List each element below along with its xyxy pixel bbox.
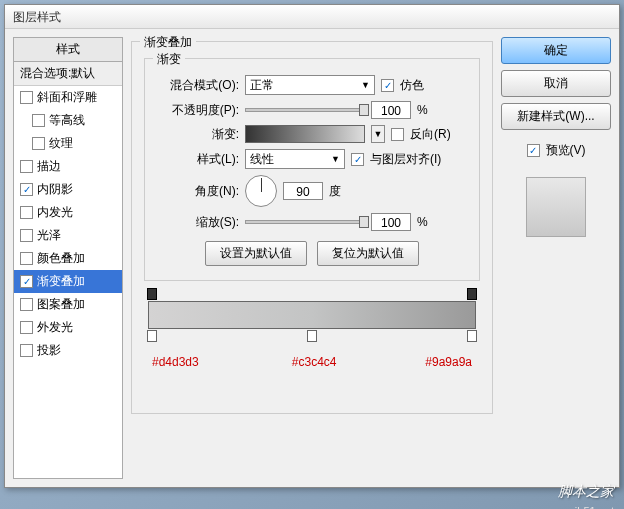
style-label: 样式(L): [159, 151, 239, 168]
cancel-button[interactable]: 取消 [501, 70, 611, 97]
style-checkbox[interactable] [20, 91, 33, 104]
new-style-button[interactable]: 新建样式(W)... [501, 103, 611, 130]
opacity-stop[interactable] [147, 288, 157, 300]
style-checkbox[interactable] [20, 275, 33, 288]
group-title: 渐变叠加 [140, 34, 196, 51]
style-item-10[interactable]: 外发光 [14, 316, 122, 339]
color-hex-label: #9a9a9a [425, 355, 472, 369]
angle-input[interactable]: 90 [283, 182, 323, 200]
style-item-9[interactable]: 图案叠加 [14, 293, 122, 316]
style-item-3[interactable]: 描边 [14, 155, 122, 178]
opacity-label: 不透明度(P): [159, 102, 239, 119]
style-item-label: 投影 [37, 342, 61, 359]
title-bar[interactable]: 图层样式 [5, 5, 619, 29]
preview-label: 预览(V) [546, 142, 586, 159]
styles-list: 样式 混合选项:默认 斜面和浮雕等高线纹理描边内阴影内发光光泽颜色叠加渐变叠加图… [13, 37, 123, 479]
style-item-label: 图案叠加 [37, 296, 85, 313]
style-item-8[interactable]: 渐变叠加 [14, 270, 122, 293]
style-item-7[interactable]: 颜色叠加 [14, 247, 122, 270]
gradient-editor[interactable]: #d4d3d3 #c3c4c4 #9a9a9a [144, 301, 480, 401]
reverse-checkbox[interactable] [391, 128, 404, 141]
inner-group-title: 渐变 [153, 51, 185, 68]
action-panel: 确定 取消 新建样式(W)... 预览(V) [501, 37, 611, 479]
style-item-label: 描边 [37, 158, 61, 175]
style-item-5[interactable]: 内发光 [14, 201, 122, 224]
preview-thumbnail [526, 177, 586, 237]
blend-mode-label: 混合模式(O): [159, 77, 239, 94]
style-item-label: 纹理 [49, 135, 73, 152]
align-label: 与图层对齐(I) [370, 151, 441, 168]
reset-default-button[interactable]: 复位为默认值 [317, 241, 419, 266]
angle-label: 角度(N): [159, 183, 239, 200]
style-item-11[interactable]: 投影 [14, 339, 122, 362]
style-checkbox[interactable] [20, 229, 33, 242]
style-checkbox[interactable] [32, 114, 45, 127]
dither-label: 仿色 [400, 77, 424, 94]
style-checkbox[interactable] [20, 183, 33, 196]
styles-header[interactable]: 样式 [14, 38, 122, 62]
preview-checkbox[interactable] [527, 144, 540, 157]
opacity-stop[interactable] [467, 288, 477, 300]
style-checkbox[interactable] [20, 344, 33, 357]
color-hex-label: #d4d3d3 [152, 355, 199, 369]
ok-button[interactable]: 确定 [501, 37, 611, 64]
blend-mode-dropdown[interactable]: 正常▼ [245, 75, 375, 95]
align-checkbox[interactable] [351, 153, 364, 166]
style-item-label: 内发光 [37, 204, 73, 221]
color-stop[interactable] [307, 330, 317, 342]
style-item-1[interactable]: 等高线 [14, 109, 122, 132]
settings-panel: 渐变叠加 渐变 混合模式(O): 正常▼ 仿色 不透明度(P): [131, 37, 493, 479]
style-checkbox[interactable] [20, 321, 33, 334]
style-item-label: 渐变叠加 [37, 273, 85, 290]
opacity-input[interactable]: 100 [371, 101, 411, 119]
color-hex-label: #c3c4c4 [292, 355, 337, 369]
style-checkbox[interactable] [20, 206, 33, 219]
style-checkbox[interactable] [20, 298, 33, 311]
style-item-0[interactable]: 斜面和浮雕 [14, 86, 122, 109]
chevron-down-icon: ▼ [361, 80, 370, 90]
watermark-url: jb51.net [575, 505, 614, 509]
style-item-label: 颜色叠加 [37, 250, 85, 267]
make-default-button[interactable]: 设置为默认值 [205, 241, 307, 266]
style-dropdown[interactable]: 线性▼ [245, 149, 345, 169]
color-stop[interactable] [467, 330, 477, 342]
style-item-label: 外发光 [37, 319, 73, 336]
scale-input[interactable]: 100 [371, 213, 411, 231]
style-checkbox[interactable] [20, 160, 33, 173]
style-item-4[interactable]: 内阴影 [14, 178, 122, 201]
style-item-label: 斜面和浮雕 [37, 89, 97, 106]
gradient-picker-button[interactable]: ▼ [371, 125, 385, 143]
scale-slider[interactable] [245, 220, 365, 224]
dither-checkbox[interactable] [381, 79, 394, 92]
style-checkbox[interactable] [32, 137, 45, 150]
chevron-down-icon: ▼ [331, 154, 340, 164]
scale-label: 缩放(S): [159, 214, 239, 231]
gradient-bar[interactable] [148, 301, 476, 329]
style-item-label: 等高线 [49, 112, 85, 129]
layer-style-dialog: 图层样式 样式 混合选项:默认 斜面和浮雕等高线纹理描边内阴影内发光光泽颜色叠加… [4, 4, 620, 488]
style-item-label: 内阴影 [37, 181, 73, 198]
style-item-6[interactable]: 光泽 [14, 224, 122, 247]
angle-dial[interactable] [245, 175, 277, 207]
color-stop[interactable] [147, 330, 157, 342]
gradient-label: 渐变: [159, 126, 239, 143]
watermark: 脚本之家 [558, 483, 614, 501]
gradient-preview[interactable] [245, 125, 365, 143]
style-item-label: 光泽 [37, 227, 61, 244]
opacity-slider[interactable] [245, 108, 365, 112]
blending-options-item[interactable]: 混合选项:默认 [14, 62, 122, 86]
style-item-2[interactable]: 纹理 [14, 132, 122, 155]
reverse-label: 反向(R) [410, 126, 451, 143]
style-checkbox[interactable] [20, 252, 33, 265]
